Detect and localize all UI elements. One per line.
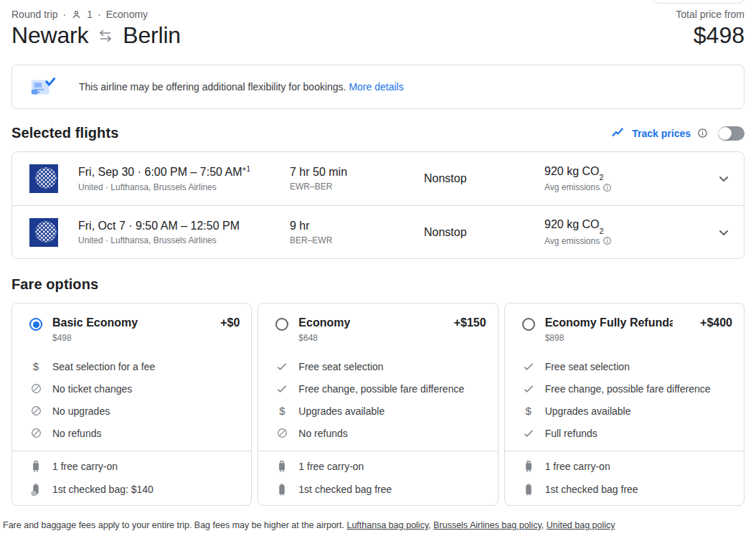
brussels-airlines-bag-policy-link[interactable]: Brussels Airlines bag policy [433,520,542,530]
flight-duration: 9 hr [290,220,424,232]
card-divider [12,451,251,451]
baggage-section: 1 free carry-on 1st checked bag free [522,455,732,501]
card-divider [505,451,744,451]
baggage-section: 1 free carry-on 1st checked bag: $140 [29,455,240,501]
baggage-text: 1 free carry-on [545,461,610,472]
flight-details: Fri, Sep 30 · 6:00 PM – 7:50 AM+1 United… [78,165,290,192]
fare-feature: Free seat selection [522,355,732,377]
separator-dot: · [63,9,67,20]
fare-feature-text: Upgrades available [298,405,384,417]
flight-duration-col: 9 hr BER–EWR [290,220,424,245]
fare-price-delta: +$400 [696,316,732,329]
flight-stops: Nonstop [424,172,544,185]
info-icon[interactable] [697,128,708,138]
fare-cards: Basic Economy $498 +$0 $Seat selection f… [11,303,745,506]
track-prices-control[interactable]: Track prices [611,126,745,141]
airline-logo-united [29,218,78,247]
check-icon [522,382,535,395]
fare-feature-text: Free change, possible fare difference [545,383,711,395]
fare-card-basic-economy[interactable]: Basic Economy $498 +$0 $Seat selection f… [11,303,252,506]
dollar-icon: $ [29,360,42,372]
fare-options-header: Fare options [11,276,745,293]
fare-card-economy[interactable]: Economy $648 +$150 Free seat selection F… [257,303,498,506]
total-price-amount: $498 [694,22,745,49]
radio-selected[interactable] [29,318,42,331]
swap-arrows-icon [97,27,114,44]
fare-feature: $Upgrades available [522,400,732,422]
fare-feature-text: No refunds [52,428,101,439]
fare-options-heading: Fare options [11,276,98,293]
flight-datetime: Fri, Sep 30 · 6:00 PM – 7:50 AM+1 [78,165,290,179]
not-allowed-icon [275,427,288,439]
fare-feature-text: Free change, possible fare difference [298,383,464,395]
radio-unselected[interactable] [522,318,535,331]
fare-feature-text: No refunds [298,428,347,439]
passenger-icon [71,9,82,20]
flight-booking-page: Round trip · 1 · Economy Total price fro… [0,0,756,536]
flight-datetime: Fri, Oct 7 · 9:50 AM – 12:50 PM [78,219,290,232]
toggle-knob [719,127,732,140]
trip-summary: Round trip · 1 · Economy [11,9,148,20]
selected-flights-header: Selected flights Track prices [11,125,745,141]
chevron-down-icon[interactable] [709,170,732,187]
total-price-label: Total price from [676,9,745,20]
fare-feature: Free seat selection [275,355,486,377]
more-details-link[interactable]: More details [349,81,403,93]
baggage-row: 1 free carry-on [522,455,732,478]
not-allowed-icon [29,405,42,417]
baggage-text: 1st checked bag free [298,484,392,495]
fare-features: $Seat selection for a fee No ticket chan… [29,355,240,444]
flight-emissions-col: 920 kg CO2 Avg emissions [544,165,709,192]
carry-on-bag-icon [275,460,288,474]
chevron-down-icon[interactable] [709,224,732,241]
footer-separator: , [428,520,430,530]
co2-subscript: 2 [599,173,603,182]
origin-city: Newark [11,22,88,49]
track-prices-toggle[interactable] [719,126,745,141]
lufthansa-bag-policy-link[interactable]: Lufthansa bag policy [346,520,428,530]
fare-feature: No refunds [29,422,240,444]
check-icon [275,382,288,395]
fare-name: Economy Fully Refunda... [545,316,673,329]
fare-card-economy-fully-refundable[interactable]: Economy Fully Refunda... $898 +$400 Free… [504,303,745,506]
baggage-section: 1 free carry-on 1st checked bag free [275,455,486,501]
check-icon [522,360,535,373]
banner-message-text: This airline may be offering additional … [79,81,346,93]
header-meta-row: Round trip · 1 · Economy Total price fro… [11,0,745,20]
not-allowed-icon [29,382,42,395]
track-prices-label[interactable]: Track prices [632,128,691,139]
fare-card-header: Economy $648 +$150 [275,316,486,343]
united-bag-policy-link[interactable]: United bag policy [547,520,615,530]
footer-disclaimer: Fare and baggage fees apply to your enti… [3,520,615,530]
carry-on-bag-icon [522,460,535,474]
radio-unselected[interactable] [275,318,288,331]
baggage-text: 1st checked bag: $140 [52,484,153,495]
banner-message: This airline may be offering additional … [79,81,404,93]
fare-feature-text: No upgrades [52,405,110,417]
footer-text: Fare and baggage fees apply to your enti… [3,520,344,530]
fare-name: Economy [298,316,350,329]
card-divider [258,451,497,451]
fare-price-delta: +$150 [450,316,486,329]
cutoff-top-button[interactable] [651,0,746,4]
info-icon[interactable] [603,183,612,192]
plus-days: +1 [242,165,250,173]
fare-feature: $Seat selection for a fee [29,355,240,377]
check-icon [522,427,535,440]
flight-row-outbound[interactable]: Fri, Sep 30 · 6:00 PM – 7:50 AM+1 United… [12,152,744,205]
flight-row-return[interactable]: Fri, Oct 7 · 9:50 AM – 12:50 PM United ·… [12,205,744,258]
fare-feature: $Upgrades available [275,400,486,422]
baggage-row: 1st checked bag: $140 [29,478,240,501]
cabin-class-label: Economy [106,9,148,20]
fare-features: Free seat selection Free change, possibl… [522,355,732,444]
dollar-icon: $ [522,405,535,417]
fare-feature-text: Upgrades available [545,405,631,417]
emissions-caption-row: Avg emissions [544,236,709,246]
trip-type-label: Round trip [11,9,58,20]
fare-name-block: Economy Fully Refunda... $898 [545,316,673,343]
fare-name: Basic Economy [52,316,138,329]
baggage-row: 1st checked bag free [275,478,486,501]
fare-feature-text: Free seat selection [298,361,383,372]
info-icon[interactable] [603,236,612,245]
fare-feature: No upgrades [29,400,240,422]
